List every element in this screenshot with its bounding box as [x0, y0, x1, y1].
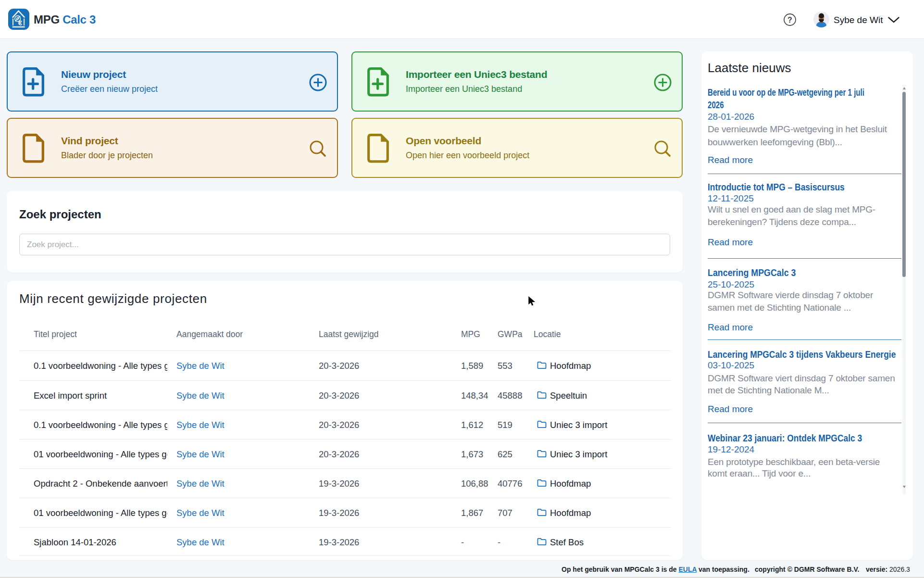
- svg-text:?: ?: [787, 16, 792, 24]
